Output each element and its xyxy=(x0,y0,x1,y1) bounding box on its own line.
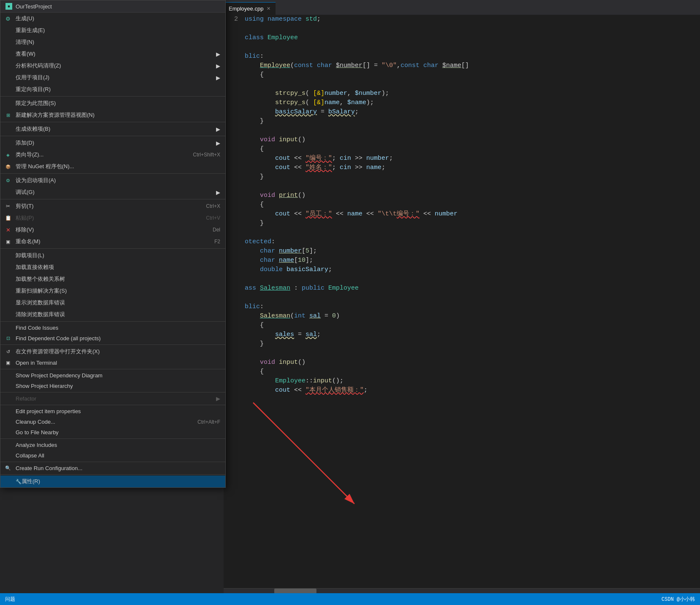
code-line-blank9 xyxy=(224,349,700,358)
menu-label-new-solution-view: 新建解决方案资源管理器视图(N) xyxy=(16,111,95,119)
horizontal-scrollbar[interactable] xyxy=(224,588,700,593)
code-line-brace3: { xyxy=(224,145,700,154)
menu-item-collapse-all[interactable]: Collapse All xyxy=(0,450,225,461)
menu-item-nuget[interactable]: 📦 管理 NuGet 程序包(N)... xyxy=(0,161,225,172)
menu-item-add[interactable]: 添加(D) ▶ xyxy=(0,137,225,149)
code-line-strcpy2: strcpy_s( [&]name, $name); xyxy=(224,98,700,108)
sep-10 xyxy=(0,392,225,393)
menu-item-show-browse-errors[interactable]: 显示浏览数据库错误 xyxy=(0,297,225,309)
properties-icon: 🔧 xyxy=(16,479,22,484)
code-line-blank4 xyxy=(224,126,700,135)
code-line-public: blic: xyxy=(224,52,700,61)
refactor-arrow-icon: ▶ xyxy=(216,395,220,402)
menu-item-limit-scope[interactable]: 限定为此范围(S) xyxy=(0,97,225,109)
build-icon: ⚙ xyxy=(4,16,12,22)
menu-item-analyze[interactable]: 分析和代码清理(Z) ▶ xyxy=(0,60,225,72)
code-line-salary: basicSalary = bSalary; xyxy=(224,108,700,117)
menu-item-paste[interactable]: 📋 粘贴(P) Ctrl+V xyxy=(0,212,225,224)
menu-label-go-to-file: Go to File Nearby xyxy=(16,429,59,436)
menu-item-remove[interactable]: ✕ 移除(V) Del xyxy=(0,224,225,236)
menu-item-add-all-dep[interactable]: 加载整个依赖关系树 xyxy=(0,273,225,285)
menu-item-open-terminal[interactable]: ▣ Open in Terminal xyxy=(0,358,225,368)
menu-item-cut[interactable]: ✂ 剪切(T) Ctrl+X xyxy=(0,200,225,212)
menu-item-cleanup[interactable]: Cleanup Code... Ctrl+Alt+F xyxy=(0,417,225,427)
menu-item-open-explorer[interactable]: ↺ 在文件资源管理器中打开文件夹(X) xyxy=(0,346,225,358)
menu-item-go-to-file[interactable]: Go to File Nearby xyxy=(0,427,225,438)
menu-item-edit-props[interactable]: Edit project item properties xyxy=(0,406,225,417)
editor-tab[interactable]: Employee.cpp ✕ xyxy=(224,2,276,15)
paste-shortcut: Ctrl+V xyxy=(206,215,220,221)
sep-1 xyxy=(0,96,225,97)
menu-item-build-deps[interactable]: 生成依赖项(B) ▶ xyxy=(0,123,225,135)
open-terminal-icon: ▣ xyxy=(4,360,12,366)
sep-12 xyxy=(0,438,225,439)
menu-label-edit-props: Edit project item properties xyxy=(16,408,81,414)
tab-close-icon[interactable]: ✕ xyxy=(267,6,270,11)
menu-item-analyze-includes[interactable]: Analyze Includes xyxy=(0,440,225,450)
code-line-protected: otected: xyxy=(224,237,700,247)
menu-item-build[interactable]: ⚙ 生成(U) xyxy=(0,13,225,24)
menu-label-properties: 属性(R) xyxy=(22,478,40,485)
code-line-brace5: { xyxy=(224,200,700,210)
code-editor: 2 using namespace std; class Employee bl… xyxy=(224,15,700,605)
cut-shortcut: Ctrl+X xyxy=(206,203,220,209)
menu-item-rescan[interactable]: 重新扫描解决方案(S) xyxy=(0,285,225,297)
code-line-salesman-ctor: Salesman(int sal = 0) xyxy=(224,312,700,321)
menu-label-open-explorer: 在文件资源管理器中打开文件夹(X) xyxy=(16,348,100,355)
menu-item-dep-diagram[interactable]: Show Project Dependency Diagram xyxy=(0,370,225,381)
status-bar: 问题 CSDN @小小韩 xyxy=(0,593,700,605)
menu-label-limit-scope: 限定为此范围(S) xyxy=(16,99,56,107)
menu-item-rebuild[interactable]: 重新生成(E) xyxy=(0,24,225,36)
menu-label-add-all-dep: 加载整个依赖关系树 xyxy=(16,275,65,283)
menu-item-find-issues[interactable]: Find Code Issues xyxy=(0,323,225,333)
menu-item-clear-browse-errors[interactable]: 清除浏览数据库错误 xyxy=(0,309,225,320)
tab-bar: Employee.cpp ✕ xyxy=(224,0,700,15)
analyze-arrow-icon: ▶ xyxy=(216,63,220,69)
menu-item-clean[interactable]: 清理(N) xyxy=(0,36,225,48)
menu-header: ■ OurTestProject xyxy=(0,0,225,13)
menu-item-class-wizard[interactable]: ◈ 类向导(Z)... Ctrl+Shift+X xyxy=(0,149,225,161)
status-left: 问题 xyxy=(5,596,15,603)
menu-item-find-dependent[interactable]: ⊡ Find Dependent Code (all projects) xyxy=(0,333,225,344)
code-line-blank8 xyxy=(224,293,700,302)
menu-item-scope[interactable]: 仅用于项目(J) ▶ xyxy=(0,72,225,83)
menu-label-add-direct-dep: 加载直接依赖项 xyxy=(16,264,54,271)
sep-3 xyxy=(0,136,225,136)
menu-item-refactor[interactable]: Refactor ▶ xyxy=(0,393,225,404)
menu-item-run-config[interactable]: 🔍 Create Run Configuration... xyxy=(0,463,225,473)
menu-label-build: 生成(U) xyxy=(16,15,34,22)
menu-item-unload[interactable]: 卸载项目(L) xyxy=(0,250,225,261)
open-explorer-icon: ↺ xyxy=(4,349,12,355)
menu-item-set-startup[interactable]: ⚙ 设为启动项目(A) xyxy=(0,175,225,186)
code-line-brace6: } xyxy=(224,219,700,228)
menu-label-find-dependent: Find Dependent Code (all projects) xyxy=(16,335,101,341)
debug-arrow-icon: ▶ xyxy=(216,189,220,196)
code-line-input2-decl: void input() xyxy=(224,358,700,367)
menu-label-scope: 仅用于项目(J) xyxy=(16,74,49,81)
nuget-icon: 📦 xyxy=(4,164,12,169)
code-line-salesman: ass Salesman : public Employee xyxy=(224,284,700,293)
code-line-blank1 xyxy=(224,24,700,33)
code-line-2: 2 using namespace std; xyxy=(224,15,700,24)
menu-item-debug[interactable]: 调试(G) ▶ xyxy=(0,186,225,198)
menu-label-cut: 剪切(T) xyxy=(16,202,34,210)
menu-label-paste: 粘贴(P) xyxy=(16,214,34,222)
code-line-brace8: } xyxy=(224,339,700,349)
menu-item-retarget[interactable]: 重定向项目(R) xyxy=(0,83,225,95)
rename-icon: ▣ xyxy=(4,239,12,245)
code-line-cout-num: cout << "编号："; cin >> number; xyxy=(224,154,700,163)
menu-label-clean: 清理(N) xyxy=(16,38,34,46)
menu-item-rename[interactable]: ▣ 重命名(M) F2 xyxy=(0,236,225,247)
cut-icon: ✂ xyxy=(4,203,12,209)
add-arrow-icon: ▶ xyxy=(216,140,220,146)
menu-label-analyze: 分析和代码清理(Z) xyxy=(16,62,61,70)
remove-icon: ✕ xyxy=(4,227,12,233)
menu-item-view[interactable]: 查看(W) ▶ xyxy=(0,48,225,60)
status-right: CSDN @小小韩 xyxy=(662,596,695,603)
menu-item-new-solution-view[interactable]: ⊞ 新建解决方案资源管理器视图(N) xyxy=(0,109,225,121)
sep-5 xyxy=(0,199,225,199)
menu-item-add-direct-dep[interactable]: 加载直接依赖项 xyxy=(0,261,225,273)
menu-item-hierarchy[interactable]: Show Project Hierarchy xyxy=(0,381,225,391)
sep-9 xyxy=(0,369,225,369)
menu-item-properties[interactable]: 🔧 属性(R) xyxy=(0,476,225,487)
